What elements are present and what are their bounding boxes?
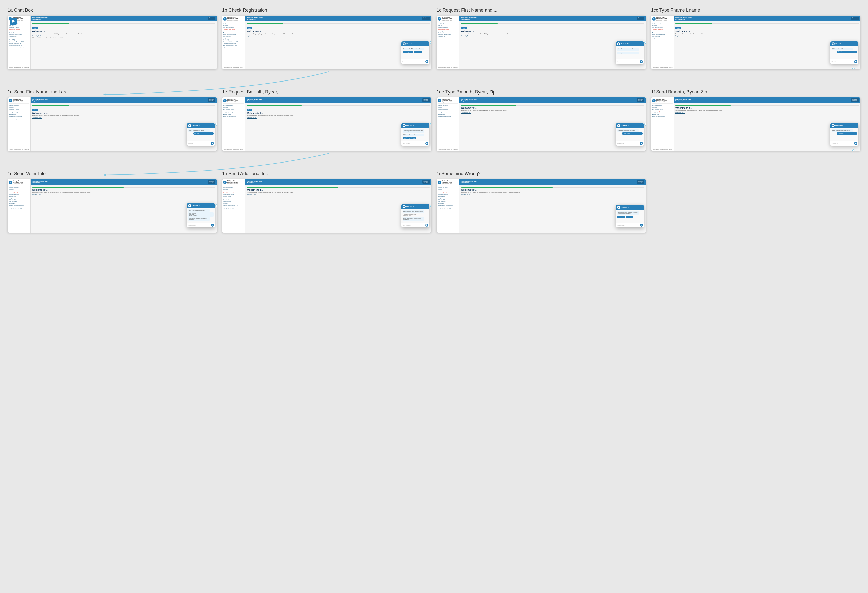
card-1a-preview: 🏛 Michigan VoterInformation CenterDepart…	[7, 16, 217, 69]
card-1f: 1f Send Bmonth, Byear, Zip 🏛 Michigan Vo…	[651, 90, 861, 151]
card-1cc: 1cc Type Fname Lname 🏛 Michigan VoterInf…	[651, 7, 861, 69]
card-1i-preview: 🏛 Michigan VoterInformation CenterDepart…	[437, 179, 646, 232]
chat-widget-1c[interactable]: Chat with 43 To check your registration …	[616, 41, 644, 64]
connector-svg-2	[7, 152, 861, 167]
card-1d-title: 1d Send First Name and Las...	[7, 90, 217, 95]
card-1ee-preview: 🏛 Michigan VoterInformation CenterDepart…	[437, 97, 646, 151]
card-1g-preview: 🏛 Michigan VoterInformation CenterDepart…	[7, 179, 217, 232]
row-1: 1a Chat Box 🏛 Michigan VoterInformation …	[7, 7, 861, 69]
row-connector-2-3	[7, 157, 861, 160]
card-1b: 1b Check Registration 🏛 Michigan VoterIn…	[222, 7, 431, 69]
chat-widget-1ee[interactable]: Chat with us Please enter birth month, y…	[616, 123, 644, 146]
chat-widget-1b[interactable]: Chat with us Welcome to the Michigan Vot…	[402, 41, 430, 64]
row-2: 1d Send First Name and Las... 🏛 Michigan…	[7, 90, 861, 151]
card-1e: 1e Request Bmonth, Byear, ... 🏛 Michigan…	[222, 90, 431, 151]
main-content: Michigan Online VoterRegistratio... Regi…	[31, 16, 217, 69]
chat-widget-1h[interactable]: Chat with us Here is additional voting i…	[402, 204, 430, 228]
card-1ee: 1ee Type Bmonth, Byear, Zip 🏛 Michigan V…	[437, 90, 646, 151]
card-1d-preview: 🏛 Michigan VoterInformation CenterDepart…	[7, 97, 217, 151]
card-1b-title: 1b Check Registration	[222, 7, 431, 13]
card-1b-preview: 🏛 Michigan VoterInformation CenterDepart…	[222, 16, 431, 69]
play-button[interactable]	[10, 18, 17, 25]
card-1h: 1h Send Additional Info 🏛 Michigan Voter…	[222, 171, 431, 232]
card-1e-preview: 🏛 Michigan VoterInformation CenterDepart…	[222, 97, 431, 151]
sidebar: 🏛 Michigan VoterInformation CenterDepart…	[437, 16, 459, 69]
card-1cc-title: 1cc Type Fname Lname	[651, 7, 861, 13]
card-1e-title: 1e Request Bmonth, Byear, ...	[222, 90, 431, 95]
card-1h-title: 1h Send Additional Info	[222, 171, 431, 177]
card-1d: 1d Send First Name and Las... 🏛 Michigan…	[7, 90, 217, 151]
chat-widget-1cc[interactable]: Chat with us What is your first and last…	[830, 41, 858, 64]
card-1a-title: 1a Chat Box	[7, 7, 217, 13]
row-3: 1g Send Voter Info 🏛 Michigan VoterInfor…	[7, 171, 861, 232]
chat-widget-1f[interactable]: Chat with us Please enter birth month, y…	[830, 123, 858, 146]
card-1h-preview: 🏛 Michigan VoterInformation CenterDepart…	[222, 179, 431, 232]
card-1c-preview: 🏛 Michigan VoterInformation CenterDepart…	[437, 16, 646, 69]
flow-diagram: 1a Chat Box 🏛 Michigan VoterInformation …	[7, 7, 861, 232]
chat-widget-1g[interactable]: Chat with us Here is your voter registra…	[187, 203, 215, 228]
card-1f-title: 1f Send Bmonth, Byear, Zip	[651, 90, 861, 95]
card-1ee-title: 1ee Type Bmonth, Byear, Zip	[437, 90, 646, 95]
card-1g: 1g Send Voter Info 🏛 Michigan VoterInfor…	[7, 171, 217, 232]
connector-svg-1	[7, 70, 861, 85]
chat-widget-1e[interactable]: Chat with us Thanks! Now I need your bir…	[402, 123, 430, 146]
sidebar: 🏛 Michigan VoterInformation CenterDepart…	[222, 16, 245, 69]
card-1f-preview: 🏛 Michigan VoterInformation CenterDepart…	[651, 97, 861, 151]
card-1cc-preview: 🏛 Michigan VoterInformation CenterDepart…	[651, 16, 861, 69]
sidebar: 🏛 Michigan VoterInformation CenterDepart…	[651, 16, 674, 69]
card-1g-title: 1g Send Voter Info	[7, 171, 217, 177]
card-1c-title: 1c Request First Name and ...	[437, 7, 646, 13]
card-1i-title: 1i Something Wrong?	[437, 171, 646, 177]
row-connector-1-2	[7, 75, 861, 78]
card-1c: 1c Request First Name and ... 🏛 Michigan…	[437, 7, 646, 69]
card-1a: 1a Chat Box 🏛 Michigan VoterInformation …	[7, 7, 217, 69]
card-1i: 1i Something Wrong? 🏛 Michigan VoterInfo…	[437, 171, 646, 232]
footer-note: Required fields are marked with an aster…	[9, 67, 217, 68]
chat-widget-1i[interactable]: Chat with us Is something wrong? Contact…	[616, 205, 644, 228]
chat-widget-1d[interactable]: Chat with us What is your first and last…	[187, 123, 215, 146]
